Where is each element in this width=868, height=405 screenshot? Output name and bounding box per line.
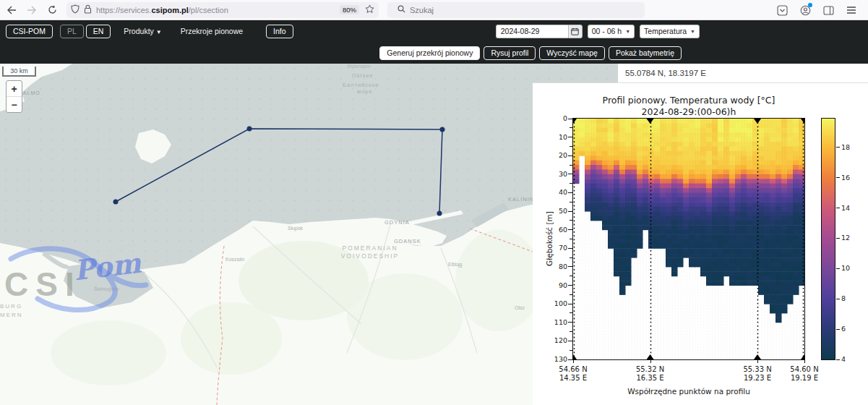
y-tick-mark xyxy=(568,174,572,174)
y-tick-label: 110 xyxy=(549,318,567,326)
y-tick-label: 120 xyxy=(549,336,567,344)
watermark-csi: CSI xyxy=(4,265,82,304)
account-icon[interactable] xyxy=(797,2,813,18)
sea-label-ru2: море xyxy=(357,88,373,95)
y-minor-tick xyxy=(570,202,572,202)
profile-chart-panel: Profil pionowy. Temperatura wody [°C] 20… xyxy=(533,82,868,405)
nav-sections-link[interactable]: Przekroje pionowe xyxy=(181,27,243,35)
shield-icon[interactable] xyxy=(71,4,80,17)
brand-button[interactable]: CSI-POM xyxy=(6,25,53,38)
zoom-level-badge[interactable]: 80% xyxy=(340,5,359,14)
colorbar-tick-mark xyxy=(836,147,840,148)
city-elblag: Elbląg xyxy=(448,262,463,268)
y-tick-label: 10 xyxy=(549,133,567,141)
x-tick-label: 55.32 N16.35 E xyxy=(636,365,664,383)
browser-toolbar: https://services.csipom.pl/pl/csection 8… xyxy=(0,0,868,20)
y-tick-label: 30 xyxy=(549,170,567,178)
y-minor-tick xyxy=(570,239,572,239)
products-menu[interactable]: Produkty▼ xyxy=(124,27,161,35)
chevron-down-icon: ▼ xyxy=(625,29,630,34)
lang-pl-button[interactable]: PL xyxy=(60,25,84,38)
region-pomeranian-1: POMERANIAN xyxy=(342,244,398,252)
y-minor-tick xyxy=(570,220,572,221)
y-tick-mark xyxy=(568,192,572,193)
colorbar-tick-mark xyxy=(836,208,840,208)
url-bar[interactable]: https://services.csipom.pl/pl/csection 8… xyxy=(66,2,379,18)
city-gdansk: GDANSK xyxy=(394,238,421,244)
reload-icon[interactable] xyxy=(43,2,61,18)
city-gdynia: GDYNIA xyxy=(384,219,410,226)
colorbar-tick-label: 4 xyxy=(841,355,846,363)
lang-en-button[interactable]: EN xyxy=(86,25,111,38)
profile-point[interactable] xyxy=(113,200,119,205)
y-tick-label: 100 xyxy=(549,299,567,307)
colorbar-tick-label: 14 xyxy=(841,204,850,212)
x-tick-mark xyxy=(650,360,651,363)
back-icon[interactable] xyxy=(3,2,20,18)
chevron-down-icon: ▼ xyxy=(156,29,162,35)
search-placeholder: Szukaj xyxy=(410,6,434,14)
notification-dot xyxy=(808,3,812,7)
y-tick-mark xyxy=(568,266,572,267)
city-slupsk: Słupsk xyxy=(288,226,304,231)
colorbar-tick-label: 18 xyxy=(841,143,850,151)
y-tick-mark xyxy=(568,248,572,249)
clear-map-button[interactable]: Wyczyść mapę xyxy=(539,46,605,60)
x-tick-label: 55.33 N19.23 E xyxy=(743,365,771,383)
colorbar-tick-mark xyxy=(836,329,840,330)
profile-point[interactable] xyxy=(440,127,445,132)
cursor-coordinates: 55.0784 N, 18.3197 E xyxy=(618,64,868,82)
y-minor-tick xyxy=(570,127,572,128)
y-tick-mark xyxy=(568,119,572,119)
profile-point[interactable] xyxy=(247,127,252,132)
y-tick-label: 130 xyxy=(549,355,567,363)
calendar-icon[interactable] xyxy=(568,25,583,38)
region-pomeranian-2: VOIVODESHIP xyxy=(341,252,400,260)
generate-section-button[interactable]: Generuj przekrój pionowy xyxy=(379,46,480,60)
y-tick-mark xyxy=(568,155,572,156)
date-input[interactable] xyxy=(496,25,568,38)
chart-plot-area xyxy=(572,118,805,360)
sea-label-ru1: Балтийское xyxy=(343,82,379,88)
y-tick-mark xyxy=(568,359,572,360)
info-button[interactable]: Info xyxy=(266,25,293,38)
search-input[interactable]: Szukaj xyxy=(387,2,645,18)
time-range-select[interactable]: 00 - 06 h▼ xyxy=(588,25,635,38)
colorbar-tick-mark xyxy=(836,359,840,360)
sidebar-icon[interactable] xyxy=(820,2,836,18)
y-minor-tick xyxy=(570,146,572,147)
zoom-in-button[interactable]: + xyxy=(7,81,22,97)
draw-profile-button[interactable]: Rysuj profil xyxy=(484,46,536,60)
search-icon xyxy=(398,5,405,14)
zoom-out-button[interactable]: − xyxy=(7,97,22,112)
variable-select[interactable]: Temperatura▼ xyxy=(640,25,700,38)
y-minor-tick xyxy=(570,165,572,166)
city-kaliningrad: KALININ xyxy=(508,196,534,202)
colorbar-tick-mark xyxy=(836,268,840,269)
colorbar-tick-label: 6 xyxy=(841,325,846,333)
y-tick-label: 90 xyxy=(549,281,567,289)
url-text[interactable]: https://services.csipom.pl/pl/csection xyxy=(96,6,228,14)
x-tick-mark xyxy=(757,360,758,363)
chart-xlabel: Współrzędne punktów na profilu xyxy=(627,387,750,396)
y-tick-label: 40 xyxy=(549,188,567,196)
bathymetry-button[interactable]: Pokaż batymetrię xyxy=(609,46,682,60)
sea-label-dk: Østersøen xyxy=(347,64,371,69)
pocket-save-icon[interactable] xyxy=(774,2,790,18)
chart-ylabel: Głębokość [m] xyxy=(545,206,554,271)
bookmark-star-icon[interactable] xyxy=(365,4,374,17)
heatmap-canvas xyxy=(573,119,804,359)
x-tick-mark xyxy=(804,360,805,363)
lock-icon[interactable] xyxy=(84,4,92,17)
colorbar-tick-mark xyxy=(836,238,840,239)
menu-hamburger-icon[interactable] xyxy=(843,2,859,18)
y-tick-mark xyxy=(568,322,572,323)
y-tick-mark xyxy=(568,341,572,341)
chart-title: Profil pionowy. Temperatura wody [°C] 20… xyxy=(603,95,775,118)
forward-icon[interactable] xyxy=(23,2,40,18)
colorbar-canvas xyxy=(822,119,835,359)
map-zoom-control: + − xyxy=(6,80,22,113)
profile-point[interactable] xyxy=(437,211,442,216)
y-tick-mark xyxy=(568,137,572,137)
y-tick-mark xyxy=(568,211,572,212)
